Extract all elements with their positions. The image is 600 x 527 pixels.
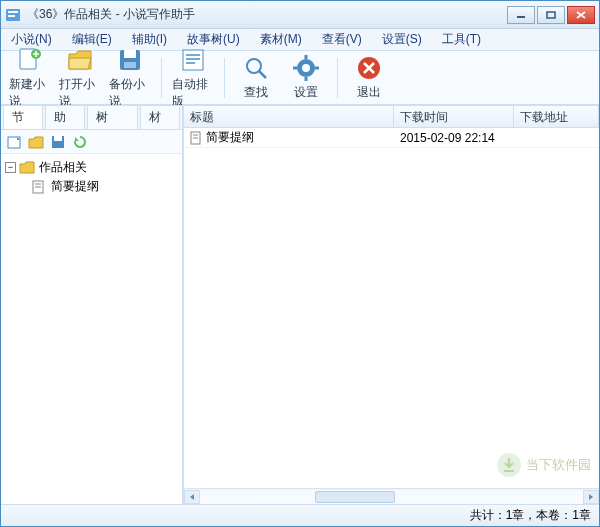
open-icon bbox=[66, 46, 94, 74]
svg-rect-4 bbox=[547, 12, 555, 18]
toolbar-separator bbox=[224, 58, 225, 98]
toolbar: 新建小说 打开小说 备份小说 自动排版 查找 设置 退出 bbox=[1, 51, 599, 105]
menu-tools[interactable]: 工具(T) bbox=[436, 29, 487, 50]
svg-rect-29 bbox=[54, 136, 62, 141]
list-header: 标题 下载时间 下载地址 bbox=[184, 106, 599, 128]
tree-view[interactable]: − 作品相关 简要提纲 bbox=[1, 154, 182, 504]
svg-point-19 bbox=[302, 64, 310, 72]
right-panel: 标题 下载时间 下载地址 简要提纲 2015-02-09 22:14 bbox=[183, 106, 599, 504]
svg-rect-11 bbox=[124, 62, 136, 68]
scroll-right-arrow[interactable] bbox=[583, 490, 599, 504]
new-novel-button[interactable]: 新建小说 bbox=[7, 44, 53, 112]
tree-root-node[interactable]: − 作品相关 bbox=[5, 158, 178, 177]
left-panel: 章节 辅助 故事树 素材 − 作品相关 简要提纲 bbox=[1, 106, 183, 504]
col-title[interactable]: 标题 bbox=[184, 106, 394, 127]
tree-add-button[interactable] bbox=[5, 133, 23, 151]
list-row[interactable]: 简要提纲 2015-02-09 22:14 bbox=[184, 128, 599, 148]
scroll-left-arrow[interactable] bbox=[184, 490, 200, 504]
typeset-icon bbox=[179, 46, 207, 74]
maximize-button[interactable] bbox=[537, 6, 565, 24]
svg-rect-1 bbox=[8, 11, 18, 13]
tree-child-node[interactable]: 简要提纲 bbox=[31, 177, 178, 196]
backup-novel-button[interactable]: 备份小说 bbox=[107, 44, 153, 112]
tree-refresh-button[interactable] bbox=[71, 133, 89, 151]
tab-chapters[interactable]: 章节 bbox=[3, 105, 43, 129]
tab-storytree[interactable]: 故事树 bbox=[87, 105, 138, 129]
svg-rect-10 bbox=[124, 50, 136, 58]
list-view[interactable]: 简要提纲 2015-02-09 22:14 bbox=[184, 128, 599, 488]
window-buttons bbox=[507, 6, 595, 24]
menu-view[interactable]: 查看(V) bbox=[316, 29, 368, 50]
tree-collapse-icon[interactable]: − bbox=[5, 162, 16, 173]
exit-icon bbox=[355, 54, 383, 82]
scroll-track[interactable] bbox=[200, 490, 583, 504]
svg-point-16 bbox=[247, 59, 261, 73]
gear-icon bbox=[292, 54, 320, 82]
tree-child-label: 简要提纲 bbox=[51, 178, 99, 195]
toolbar-separator bbox=[161, 58, 162, 98]
status-text: 共计：1章，本卷：1章 bbox=[470, 507, 591, 524]
search-icon bbox=[242, 54, 270, 82]
auto-typeset-button[interactable]: 自动排版 bbox=[170, 44, 216, 112]
app-icon bbox=[5, 7, 21, 23]
tab-assist[interactable]: 辅助 bbox=[45, 105, 85, 129]
tree-new-folder-button[interactable] bbox=[27, 133, 45, 151]
horizontal-scrollbar[interactable] bbox=[184, 488, 599, 504]
app-window: 《36》作品相关 - 小说写作助手 小说(N) 编辑(E) 辅助(I) 故事树(… bbox=[0, 0, 600, 527]
scroll-thumb[interactable] bbox=[315, 491, 395, 503]
col-time[interactable]: 下载时间 bbox=[394, 106, 514, 127]
left-tabs: 章节 辅助 故事树 素材 bbox=[1, 106, 182, 130]
minimize-button[interactable] bbox=[507, 6, 535, 24]
toolbar-separator bbox=[337, 58, 338, 98]
svg-rect-2 bbox=[8, 15, 15, 17]
folder-open-icon bbox=[19, 161, 35, 175]
cell-time: 2015-02-09 22:14 bbox=[394, 131, 514, 145]
tree-toolbar bbox=[1, 130, 182, 154]
statusbar: 共计：1章，本卷：1章 bbox=[1, 504, 599, 526]
document-icon bbox=[31, 180, 47, 194]
backup-icon bbox=[116, 46, 144, 74]
find-button[interactable]: 查找 bbox=[233, 52, 279, 103]
settings-button[interactable]: 设置 bbox=[283, 52, 329, 103]
tab-material[interactable]: 素材 bbox=[140, 105, 180, 129]
open-novel-button[interactable]: 打开小说 bbox=[57, 44, 103, 112]
new-icon bbox=[16, 46, 44, 74]
cell-title: 简要提纲 bbox=[184, 129, 394, 146]
window-title: 《36》作品相关 - 小说写作助手 bbox=[27, 6, 507, 23]
svg-rect-12 bbox=[183, 50, 203, 70]
tree-root-label: 作品相关 bbox=[39, 159, 87, 176]
col-url[interactable]: 下载地址 bbox=[514, 106, 599, 127]
document-icon bbox=[190, 131, 202, 145]
close-button[interactable] bbox=[567, 6, 595, 24]
tree-save-button[interactable] bbox=[49, 133, 67, 151]
main-body: 章节 辅助 故事树 素材 − 作品相关 简要提纲 bbox=[1, 105, 599, 504]
svg-line-17 bbox=[259, 71, 266, 78]
titlebar[interactable]: 《36》作品相关 - 小说写作助手 bbox=[1, 1, 599, 29]
menu-settings[interactable]: 设置(S) bbox=[376, 29, 428, 50]
menu-material[interactable]: 素材(M) bbox=[254, 29, 308, 50]
exit-button[interactable]: 退出 bbox=[346, 52, 392, 103]
